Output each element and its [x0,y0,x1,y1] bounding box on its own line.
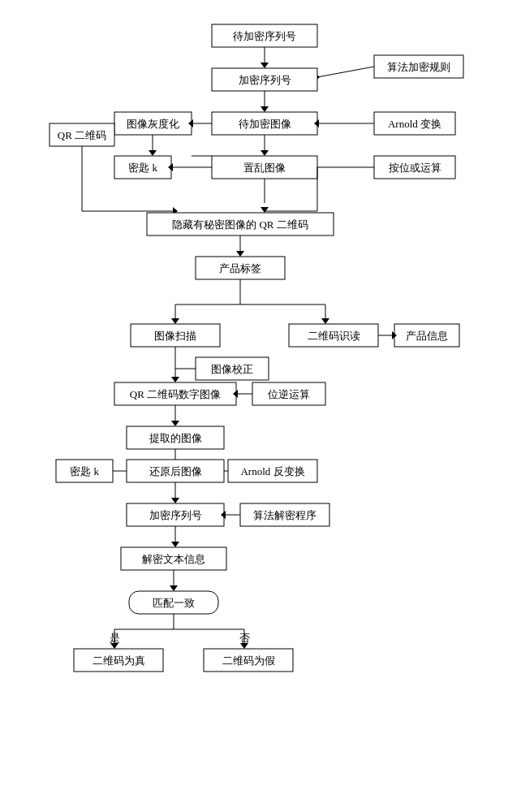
svg-marker-87 [240,643,248,649]
svg-marker-34 [260,207,269,213]
node-n23: 加密序列号 [149,509,202,521]
flowchart-svg: 待加密序列号 算法加密规则 加密序列号 待加密图像 图像灰度化 [33,16,504,804]
node-n28: 否 [239,632,250,644]
node-n3: 加密序列号 [239,74,291,86]
svg-marker-8 [260,106,269,112]
node-n20: 密匙 k [70,465,99,477]
node-n2: 算法加密规则 [387,61,450,73]
node-n4: 待加密图像 [239,118,291,130]
node-n25: 解密文本信息 [142,553,205,565]
node-n27: 是 [110,632,120,644]
node-n18: 位逆运算 [268,388,310,400]
node-n15: 产品信息 [406,330,448,342]
svg-marker-59 [171,421,179,426]
svg-marker-37 [236,251,244,257]
node-n17: QR 二维码数字图像 [130,388,221,400]
node-n26: 匹配一致 [153,597,195,609]
node-n19: 提取的图像 [149,432,202,444]
node-n8: 密匙 k [128,162,157,174]
diagram: 待加密序列号 算法加密规则 加密序列号 待加密图像 图像灰度化 [25,0,496,812]
svg-marker-42 [171,318,179,324]
svg-marker-80 [170,585,178,591]
node-n7: 置乱图像 [243,162,286,174]
node-n10: 按位或运算 [389,162,441,174]
node-n24: 算法解密程序 [253,509,316,521]
svg-line-4 [317,67,374,77]
node-n14: 二维码识读 [308,330,360,342]
svg-marker-77 [171,542,179,547]
svg-marker-17 [149,150,157,156]
node-n22: 还原后图像 [149,465,202,477]
node-n29: 二维码为真 [93,654,145,667]
svg-marker-71 [171,498,179,503]
svg-marker-19 [260,150,269,156]
node-n9: QR 二维码 [58,129,106,141]
node-n6: Arnold 变换 [388,118,441,130]
node-n1: 待加密序列号 [233,30,296,42]
svg-marker-85 [110,643,118,649]
node-n5: 图像灰度化 [127,118,179,130]
svg-marker-44 [321,318,329,324]
node-n11: 隐藏有秘密图像的 QR 二维码 [172,218,308,231]
svg-marker-2 [260,63,269,68]
node-n16: 图像校正 [211,363,253,375]
svg-marker-53 [171,377,179,382]
node-n30: 二维码为假 [222,654,275,667]
node-n12: 产品标签 [219,262,261,274]
node-n13: 图像扫描 [154,330,196,342]
node-n21: Arnold 反变换 [240,465,304,477]
